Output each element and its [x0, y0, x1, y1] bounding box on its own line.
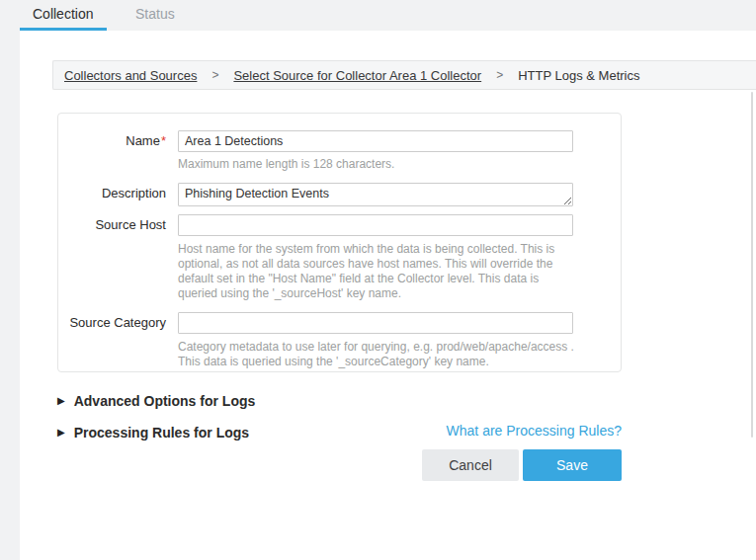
required-asterisk: *: [161, 133, 166, 148]
source-host-help-text: Host name for the system from which the …: [178, 242, 575, 301]
source-category-input[interactable]: [178, 312, 573, 334]
save-button[interactable]: Save: [523, 449, 622, 481]
tab-status[interactable]: Status: [135, 0, 175, 28]
name-label: Name*: [57, 133, 166, 148]
description-label: Description: [57, 186, 166, 200]
advanced-options-label: Advanced Options for Logs: [74, 393, 256, 409]
vertical-scrollbar[interactable]: [751, 92, 753, 438]
cancel-button[interactable]: Cancel: [422, 449, 519, 481]
source-host-label: Source Host: [57, 217, 166, 232]
tab-collection[interactable]: Collection: [33, 0, 93, 28]
collapsed-arrow-icon: ▶: [57, 428, 65, 438]
breadcrumb-select-source[interactable]: Select Source for Collector Area 1 Colle…: [233, 68, 481, 83]
breadcrumb-separator: >: [496, 68, 503, 82]
source-host-input[interactable]: [178, 214, 573, 236]
name-label-text: Name: [126, 133, 160, 148]
tab-bar: Collection Status: [0, 0, 756, 31]
source-category-help-text: Category metadata to use later for query…: [178, 340, 575, 369]
source-category-label: Source Category: [57, 315, 166, 330]
breadcrumb-collectors-and-sources[interactable]: Collectors and Sources: [64, 68, 197, 83]
left-gutter: [0, 31, 20, 560]
name-input[interactable]: [178, 130, 573, 152]
name-help-text: Maximum name length is 128 characters.: [178, 157, 575, 172]
processing-rules-label: Processing Rules for Logs: [74, 425, 249, 440]
breadcrumb-current-http-logs: HTTP Logs & Metrics: [518, 68, 639, 83]
breadcrumb-separator: >: [211, 68, 218, 82]
collector-source-config-page: Collection Status Collectors and Sources…: [0, 0, 756, 560]
section-processing-rules[interactable]: ▶ Processing Rules for Logs: [57, 424, 249, 440]
collapsed-arrow-icon: ▶: [57, 396, 65, 406]
section-advanced-options[interactable]: ▶ Advanced Options for Logs: [57, 392, 255, 409]
what-are-processing-rules-link[interactable]: What are Processing Rules?: [445, 423, 622, 439]
breadcrumb: Collectors and Sources > Select Source f…: [52, 60, 756, 90]
description-textarea[interactable]: Phishing Detection Events: [178, 183, 573, 206]
